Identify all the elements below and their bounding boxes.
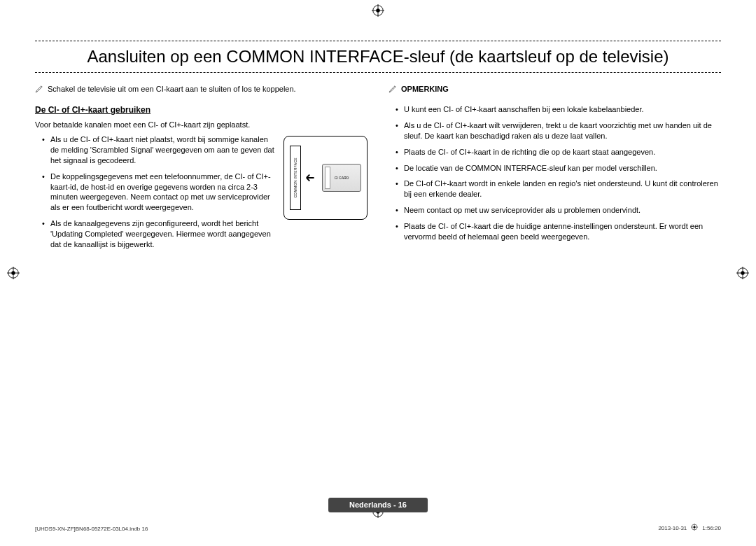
list-item: Plaats de CI- of CI+-kaart die de huidig… [396,221,721,242]
print-registration-mark-footer [691,524,698,533]
insert-arrow-icon [305,173,318,183]
left-column: Schakel de televisie uit om een CI-kaart… [35,84,368,255]
list-item: U kunt een CI- of CI+-kaart aanschaffen … [396,104,721,115]
print-registration-mark-left [7,267,20,279]
svg-point-19 [694,526,696,528]
top-note-line: Schakel de televisie uit om een CI-kaart… [35,84,368,96]
divider-top [35,41,721,41]
list-item: Als u de CI- of CI+-kaart niet plaatst, … [42,134,276,166]
left-heading: De CI- of CI+-kaart gebruiken [35,104,368,115]
slot-label: COMMON INTERFACE [293,158,298,198]
content-columns: Schakel de televisie uit om een CI-kaart… [35,84,721,255]
slot-graphic: COMMON INTERFACE [290,146,301,210]
top-note-text: Schakel de televisie uit om een CI-kaart… [48,84,296,94]
pen-icon [388,85,397,96]
list-item: Plaats de CI- of CI+-kaart in de richtin… [396,147,721,158]
left-intro: Voor betaalde kanalen moet een CI- of CI… [35,120,368,130]
svg-point-7 [11,271,15,274]
page-number-badge: Nederlands - 16 [328,498,428,512]
list-item: De koppelingsgegevens met een telefoonnu… [42,172,276,213]
list-item: De CI-of CI+-kaart wordt in enkele lande… [396,178,721,200]
svg-point-3 [376,8,379,12]
list-item: De locatie van de COMMON INTERFACE-sleuf… [396,163,721,174]
svg-point-11 [741,271,744,274]
print-registration-mark-right [736,267,749,279]
footer-timestamp: 2013-10-31 1:56:20 [658,524,721,533]
footer-date: 2013-10-31 [658,525,687,533]
ci-card-diagram: COMMON INTERFACE CI CARD [284,136,368,220]
ci-card-label: CI CARD [335,176,349,181]
opmerking-label: OPMERKING [401,84,449,94]
list-item: Als u de CI- of CI+-kaart wilt verwijder… [396,120,721,141]
print-registration-mark-top [372,4,384,17]
list-item: Neem contact op met uw serviceprovider a… [396,205,721,216]
right-bullet-list: U kunt een CI- of CI+-kaart aanschaffen … [388,104,721,241]
pen-icon [35,85,43,96]
ci-card-graphic: CI CARD [322,164,361,192]
list-item: Als de kanaalgegevens zijn geconfigureer… [42,218,276,250]
right-column: OPMERKING U kunt een CI- of CI+-kaart aa… [388,84,721,255]
opmerking-line: OPMERKING [388,84,721,96]
divider-bottom [35,72,721,73]
left-bullet-list: Als u de CI- of CI+-kaart niet plaatst, … [35,134,276,249]
footer-filename: [UHDS9-XN-ZF]BN68-05272E-03L04.indb 16 [35,526,148,533]
footer-time: 1:56:20 [702,525,721,533]
page-title: Aansluiten op een COMMON INTERFACE-sleuf… [35,46,721,68]
